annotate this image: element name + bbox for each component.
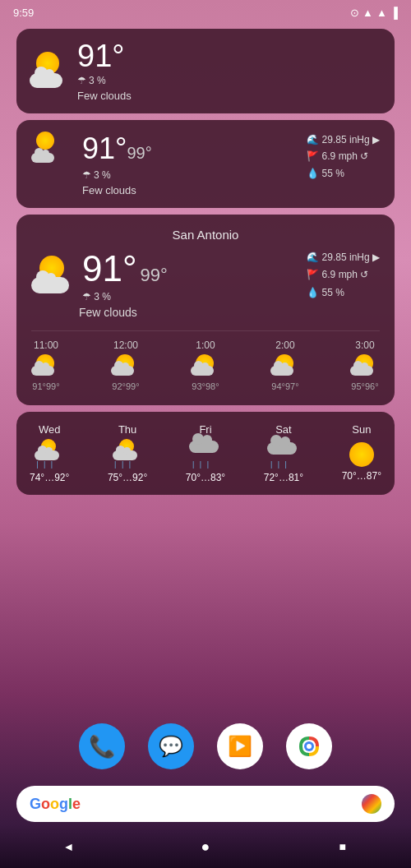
- hour-item-5: 3:00 95°96°: [350, 339, 380, 392]
- nav-bar: ◄ ● ■: [0, 825, 411, 868]
- hour-temps-5: 95°96°: [351, 381, 378, 392]
- rain-row-medium: ☂ 3 %: [82, 169, 152, 181]
- day-icon-thu: | | |: [111, 439, 144, 469]
- umbrella-icon-med: ☂: [82, 169, 91, 181]
- search-bar[interactable]: Google: [16, 786, 395, 822]
- hour-icon-1: [31, 354, 61, 377]
- hour-temps-1: 91°99°: [32, 381, 59, 392]
- home-button[interactable]: ●: [189, 830, 222, 863]
- wifi-icon: ▲: [363, 7, 373, 19]
- hour-temps-4: 94°97°: [271, 381, 298, 392]
- weather-widget-small[interactable]: 91° ☂ 3 % Few clouds: [16, 29, 395, 113]
- hour-label-3: 1:00: [196, 339, 215, 351]
- large-weather-icon: [31, 256, 74, 295]
- phone-icon[interactable]: 📞: [79, 723, 125, 769]
- google-logo: Google: [30, 796, 81, 813]
- umbrella-icon: ☂: [77, 75, 86, 86]
- google-assistant-mic[interactable]: [362, 794, 381, 814]
- hour-temps-2: 92°99°: [112, 381, 139, 392]
- condition-medium: Few clouds: [82, 184, 152, 196]
- circle-icon: ⊙: [350, 7, 359, 19]
- weather-widget-medium[interactable]: 91° 99° ☂ 3 % Few clouds 🌊 29.85 inHg ▶ …: [16, 120, 395, 208]
- med-weather-icon: [31, 132, 67, 164]
- battery-icon: ▐: [390, 7, 398, 19]
- condition-large: Few clouds: [79, 306, 380, 319]
- humidity-large: 💧 55 %: [307, 284, 380, 302]
- play-store-icon[interactable]: ▶️: [217, 723, 263, 769]
- day-icon-sun: [345, 439, 378, 467]
- wind-row: 🚩 6.9 mph ↺: [307, 148, 380, 164]
- hour-label-1: 11:00: [34, 339, 58, 351]
- day-temps-sun: 70°…87°: [342, 470, 381, 482]
- dock: 📞 💬 ▶️: [0, 723, 411, 769]
- hour-item-4: 2:00 94°97°: [270, 339, 300, 392]
- hour-label-5: 3:00: [355, 339, 374, 351]
- hour-label-4: 2:00: [275, 339, 294, 351]
- messages-icon[interactable]: 💬: [148, 723, 194, 769]
- day-label-sat: Sat: [275, 423, 292, 436]
- weather-widget-large[interactable]: San Antonio 91° 99° ☂ 3 % 🌊 29.85 inHg ▶…: [16, 215, 395, 405]
- day-icon-wed: | | |: [33, 439, 66, 469]
- humidity-row: 💧 55 %: [307, 165, 380, 182]
- temp-hi-medium: 91°: [82, 132, 127, 166]
- day-label-wed: Wed: [39, 423, 61, 436]
- condition-small: Few clouds: [77, 90, 132, 102]
- day-item-wed: Wed | | | 74°…92°: [30, 423, 69, 483]
- status-bar: 9:59 ⊙ ▲ ▲ ▐: [0, 0, 411, 22]
- back-button[interactable]: ◄: [52, 830, 85, 863]
- hour-icon-3: [191, 354, 220, 377]
- status-time: 9:59: [13, 7, 34, 19]
- temp-main-small: 91°: [77, 40, 132, 72]
- rain-row-large: ☂ 3 %: [82, 291, 168, 302]
- weather-icon-sun-cloud: [30, 52, 69, 91]
- wind-large: 🚩 6.9 mph ↺: [307, 266, 380, 284]
- med-weather-details: 🌊 29.85 inHg ▶ 🚩 6.9 mph ↺ 💧 55 %: [307, 132, 380, 182]
- hour-label-2: 12:00: [113, 339, 138, 351]
- day-label-sun: Sun: [352, 423, 371, 436]
- day-item-sat: Sat | | | 72°…81°: [264, 423, 303, 483]
- day-temps-wed: 74°…92°: [30, 472, 69, 483]
- day-item-fri: Fri | | | 70°…83°: [186, 423, 225, 483]
- hour-icon-2: [111, 354, 141, 377]
- svg-point-3: [307, 744, 312, 749]
- day-icon-sat: | | |: [267, 439, 300, 469]
- temp-lo-medium: 99°: [127, 144, 151, 163]
- day-label-thu: Thu: [118, 423, 136, 436]
- recents-button[interactable]: ■: [326, 830, 359, 863]
- day-icon-fri: | | |: [189, 439, 222, 469]
- hour-item-1: 11:00 91°99°: [31, 339, 61, 392]
- large-weather-details: 🌊 29.85 inHg ▶ 🚩 6.9 mph ↺ 💧 55 %: [307, 249, 380, 302]
- signal-icon: ▲: [376, 7, 387, 19]
- day-temps-fri: 70°…83°: [186, 472, 225, 483]
- temp-hi-large: 91°: [82, 248, 137, 289]
- chrome-icon[interactable]: [286, 723, 332, 769]
- status-icons: ⊙ ▲ ▲ ▐: [350, 7, 398, 19]
- hourly-forecast: 11:00 91°99° 12:00 92°99° 1:00: [31, 330, 380, 392]
- day-temps-sat: 72°…81°: [264, 472, 303, 483]
- hour-icon-4: [270, 354, 300, 377]
- weather-widget-weekly[interactable]: Wed | | | 74°…92° Thu | | | 75°…92°: [16, 412, 395, 495]
- day-temps-thu: 75°…92°: [108, 472, 147, 483]
- med-temps-section: 91° 99° ☂ 3 % Few clouds: [82, 132, 152, 196]
- day-item-sun: Sun 70°…87°: [342, 423, 381, 483]
- hour-item-3: 1:00 93°98°: [191, 339, 220, 392]
- location-name: San Antonio: [31, 228, 380, 242]
- hour-icon-5: [350, 354, 380, 377]
- hour-temps-3: 93°98°: [192, 381, 219, 392]
- temp-lo-large: 99°: [141, 265, 168, 286]
- pressure-large: 🌊 29.85 inHg ▶: [307, 249, 380, 267]
- rain-row-small: ☂ 3 %: [77, 75, 132, 86]
- day-item-thu: Thu | | | 75°…92°: [108, 423, 147, 483]
- pressure-row: 🌊 29.85 inHg ▶: [307, 132, 380, 148]
- hour-item-2: 12:00 92°99°: [111, 339, 141, 392]
